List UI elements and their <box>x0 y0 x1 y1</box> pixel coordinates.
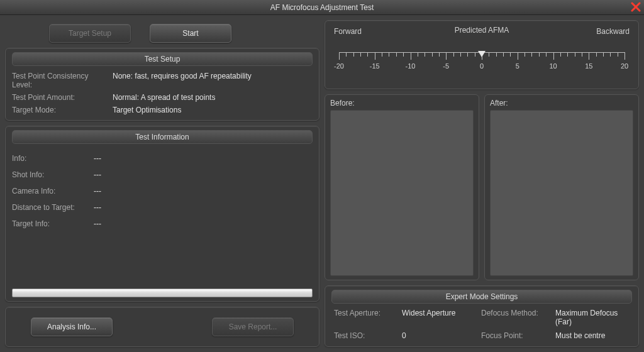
before-label: Before: <box>330 99 474 107</box>
ruler-tick-label: 5 <box>516 62 519 70</box>
start-button[interactable]: Start <box>150 24 231 43</box>
defocus-method-label: Defocus Method: <box>481 309 550 326</box>
test-setup-panel: Test Setup Test Point Consistency Level:… <box>5 48 319 121</box>
test-setup-value: Normal: A spread of test points <box>113 93 215 102</box>
after-preview: After: <box>484 94 639 280</box>
ruler-tick-label: -20 <box>334 62 344 70</box>
ruler-tick-label: 15 <box>585 62 592 70</box>
test-info-key: Info: <box>12 154 87 163</box>
test-information-header: Test Information <box>12 130 313 144</box>
test-aperture-label: Test Aperture: <box>334 309 397 326</box>
titlebar: AF Microfocus Adjustment Test <box>0 0 644 15</box>
test-setup-key: Target Mode: <box>12 106 106 114</box>
test-info-key: Distance to Target: <box>12 203 87 212</box>
test-setup-value: Target Optimisations <box>113 106 181 114</box>
expert-mode-header: Expert Mode Settings <box>331 290 632 304</box>
test-info-row: Info:--- <box>12 150 313 167</box>
save-report-button: Save Report... <box>212 317 294 336</box>
ruler-tick-label: 0 <box>480 62 484 70</box>
afma-ruler[interactable]: -20-15-10-505101520 <box>339 52 625 77</box>
test-setup-value: None: fast, requires good AF repeatabili… <box>113 72 252 89</box>
test-setup-header: Test Setup <box>12 52 313 66</box>
top-buttons-row: Target Setup Start <box>5 20 319 43</box>
test-info-row: Camera Info:--- <box>12 183 313 199</box>
test-info-value: --- <box>94 219 101 228</box>
test-info-value: --- <box>94 187 101 195</box>
afma-panel: Forward Backward Predicted AFMA -20-15-1… <box>325 20 639 89</box>
test-info-key: Target Info: <box>12 219 87 228</box>
test-setup-row: Target Mode:Target Optimisations <box>12 104 313 116</box>
before-image-box <box>330 110 474 276</box>
afma-center-label: Predicted AFMA <box>455 26 509 35</box>
ruler-tick-label: 20 <box>621 62 628 70</box>
left-column: Target Setup Start Test Setup Test Point… <box>5 20 319 347</box>
afma-backward-label: Backward <box>596 27 630 36</box>
focus-point-label: Focus Point: <box>481 331 550 340</box>
test-info-row: Target Info:--- <box>12 216 313 232</box>
test-info-key: Shot Info: <box>12 170 87 179</box>
before-preview: Before: <box>325 94 479 280</box>
right-column: Forward Backward Predicted AFMA -20-15-1… <box>325 20 639 347</box>
after-image-box <box>490 110 633 276</box>
analysis-info-button[interactable]: Analysis Info... <box>31 317 113 336</box>
test-info-value: --- <box>94 170 101 179</box>
test-aperture-value: Widest Aperture <box>402 309 476 326</box>
test-setup-row: Test Point Amount:Normal: A spread of te… <box>12 91 313 104</box>
progress-bar <box>12 289 313 297</box>
target-setup-button: Target Setup <box>49 24 131 43</box>
test-information-panel: Test Information Info:---Shot Info:---Ca… <box>5 126 319 302</box>
ruler-tick-label: -15 <box>370 62 380 70</box>
test-iso-label: Test ISO: <box>334 331 397 340</box>
close-icon[interactable] <box>629 1 643 13</box>
test-info-value: --- <box>94 203 101 212</box>
test-iso-value: 0 <box>402 331 476 340</box>
test-info-value: --- <box>94 154 101 163</box>
defocus-method-value: Maximum Defocus (Far) <box>555 309 630 326</box>
test-setup-row: Test Point Consistency Level:None: fast,… <box>12 70 313 91</box>
test-setup-key: Test Point Consistency Level: <box>12 72 106 89</box>
preview-row: Before: After: <box>325 94 639 280</box>
after-label: After: <box>490 99 633 107</box>
afma-marker[interactable] <box>478 51 486 57</box>
test-info-row: Shot Info:--- <box>12 167 313 183</box>
window-title: AF Microfocus Adjustment Test <box>270 3 374 12</box>
test-info-row: Distance to Target:--- <box>12 199 313 216</box>
ruler-tick-label: -10 <box>406 62 416 70</box>
test-info-key: Camera Info: <box>12 187 87 195</box>
afma-forward-label: Forward <box>334 27 362 36</box>
test-setup-key: Test Point Amount: <box>12 93 106 102</box>
expert-mode-panel: Expert Mode Settings Test Aperture: Wide… <box>325 285 639 347</box>
ruler-tick-label: 10 <box>549 62 557 70</box>
focus-point-value: Must be centre <box>555 331 630 340</box>
ruler-tick-label: -5 <box>443 62 449 70</box>
bottom-buttons-panel: Analysis Info... Save Report... <box>5 307 319 347</box>
